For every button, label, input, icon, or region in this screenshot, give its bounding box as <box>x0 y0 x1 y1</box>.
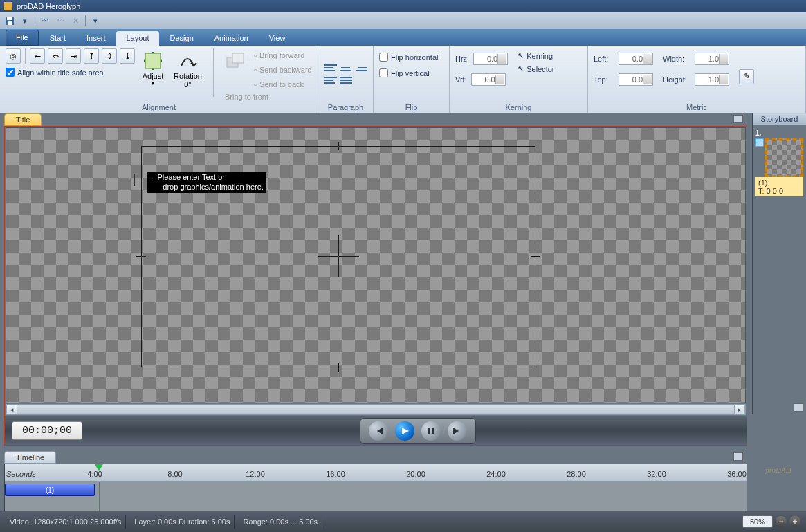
ruler-tick-label: 32:00 <box>647 470 666 478</box>
svg-rect-6 <box>428 428 430 434</box>
group-paragraph-label: Paragraph <box>324 102 367 111</box>
para-align-top[interactable] <box>324 77 337 86</box>
selector-checkbox[interactable]: ↖Selector <box>518 64 554 73</box>
tab-animation[interactable]: Animation <box>205 31 258 46</box>
delete-button[interactable]: ✕ <box>70 15 81 26</box>
redo-button[interactable]: ↷ <box>55 15 66 26</box>
svg-rect-1 <box>7 17 12 20</box>
bring-forward-button: ▫ Bring forward <box>254 48 312 62</box>
para-align-center[interactable] <box>340 64 352 74</box>
hrz-spinner[interactable]: 0.0 <box>473 53 508 65</box>
storyboard-thumb-icon <box>755 138 764 147</box>
undo-button[interactable]: ↶ <box>39 15 51 26</box>
zoom-in-button[interactable]: + <box>789 516 800 527</box>
vrt-spinner[interactable]: 0.0 <box>471 73 506 86</box>
align-bottom-button[interactable]: ⤓ <box>120 48 135 64</box>
storyboard-item[interactable]: 1. (1) T: 0 0.0 <box>755 129 803 196</box>
top-spinner[interactable]: 0.0 <box>619 73 653 86</box>
send-to-back-button: ▫ Send to back <box>254 77 312 91</box>
timecode-display: 00:00;00 <box>12 421 82 440</box>
ribbon-body: ◎ ⇤ ⇔ ⇥ ⤒ ⇕ ⤓ Align within title safe ar… <box>0 46 806 113</box>
group-paragraph: Paragraph <box>318 46 374 113</box>
placeholder-text: -- Please enter Text or drop graphics/an… <box>147 172 266 193</box>
preview-canvas[interactable]: -- Please enter Text or drop graphics/an… <box>6 127 746 403</box>
height-spinner[interactable]: 1.0 <box>695 73 729 86</box>
group-metric-label: Metric <box>594 102 800 111</box>
send-backward-button: ▫ Send backward <box>254 63 312 77</box>
width-spinner[interactable]: 1.0 <box>695 53 729 65</box>
scroll-right-icon[interactable]: ► <box>734 405 745 414</box>
svg-rect-7 <box>432 428 434 434</box>
status-video: Video: 1280x720:1.000 25.000f/s <box>6 515 126 529</box>
eyedropper-button[interactable]: ✎ <box>739 69 754 84</box>
goto-end-button[interactable] <box>448 421 467 441</box>
height-label: Height: <box>663 75 690 84</box>
align-center-h-button[interactable]: ⇔ <box>48 48 63 64</box>
bring-to-front-label: Bring to front <box>225 93 312 101</box>
tab-insert[interactable]: Insert <box>77 31 116 46</box>
ribbon-tabs: File Start Insert Layout Design Animatio… <box>0 29 806 46</box>
align-left-button[interactable]: ⇤ <box>30 48 45 64</box>
storyboard-panel: Storyboard 1. (1) T: 0 0.0 <box>752 113 806 414</box>
storyboard-thumbnail[interactable] <box>765 138 803 177</box>
align-top-button[interactable]: ⤒ <box>84 48 99 64</box>
svg-rect-5 <box>232 53 244 63</box>
align-center-v-button[interactable]: ⇕ <box>102 48 117 64</box>
para-align-right[interactable] <box>355 64 367 74</box>
vrt-label: Vrt: <box>455 75 467 84</box>
storyboard-item-number: 1. <box>755 129 803 137</box>
adjust-button[interactable]: Adjust ▼ <box>139 48 167 88</box>
zoom-out-button[interactable]: − <box>776 516 787 527</box>
flip-vertical-checkbox[interactable]: Flip vertical <box>379 68 430 77</box>
ruler-tick-label: 16:00 <box>326 470 345 478</box>
status-range: Range: 0.00s ... 5.00s <box>239 515 322 529</box>
tab-view[interactable]: View <box>259 31 295 46</box>
group-kerning: Hrz:0.0 Vrt:0.0 ↖Kerning ↖Selector Kerni… <box>450 46 588 113</box>
qat-customize[interactable]: ▾ <box>90 15 101 26</box>
ruler-tick-label: 4:00 <box>87 470 102 478</box>
safe-area-checkbox[interactable]: Align within title safe area <box>6 68 135 77</box>
para-align-justify[interactable] <box>340 77 352 86</box>
tab-start[interactable]: Start <box>40 31 75 46</box>
group-metric: Left:0.0 Top:0.0 Width:1.0 Height:1.0 ✎ … <box>588 46 806 113</box>
rotation-button[interactable]: Rotation 0° <box>171 48 205 90</box>
zoom-value[interactable]: 50% <box>742 515 773 528</box>
group-flip-label: Flip <box>379 102 443 111</box>
goto-start-button[interactable] <box>369 421 388 441</box>
title-panel-restore-icon[interactable] <box>733 115 743 123</box>
storyboard-restore-icon[interactable] <box>794 403 803 412</box>
timeline-ruler[interactable]: Seconds 4:008:0012:0016:0020:0024:0028:0… <box>5 464 747 482</box>
tab-layout[interactable]: Layout <box>116 31 158 46</box>
quick-access-toolbar: ▾ ↶ ↷ ✕ ▾ <box>0 12 806 29</box>
prodad-logo: proDAD <box>758 456 799 484</box>
tab-design[interactable]: Design <box>161 31 203 46</box>
flip-horizontal-checkbox[interactable]: Flip horizontal <box>379 53 438 62</box>
cursor-icon: ↖ <box>518 64 524 73</box>
width-label: Width: <box>663 55 690 63</box>
group-alignment-label: Alignment <box>6 102 312 111</box>
timeline-panel-tab[interactable]: Timeline <box>4 451 56 464</box>
ruler-tick-label: 24:00 <box>486 470 506 478</box>
left-label: Left: <box>594 55 614 63</box>
save-dropdown[interactable]: ▾ <box>19 15 30 26</box>
timeline-clip[interactable]: (1) <box>5 484 95 496</box>
group-alignment: ◎ ⇤ ⇔ ⇥ ⤒ ⇕ ⤓ Align within title safe ar… <box>0 46 318 113</box>
align-target-button[interactable]: ◎ <box>6 48 21 64</box>
para-align-left[interactable] <box>324 64 337 74</box>
align-right-button[interactable]: ⇥ <box>66 48 81 64</box>
pause-button[interactable] <box>421 421 441 441</box>
status-bar: Video: 1280x720:1.000 25.000f/s Layer: 0… <box>0 511 806 532</box>
preview-scrollbar-h[interactable]: ◄ ► <box>6 404 746 415</box>
scroll-left-icon[interactable]: ◄ <box>6 405 17 414</box>
title-panel-tab[interactable]: Title <box>4 113 42 126</box>
save-button[interactable] <box>4 15 15 26</box>
ruler-tick-label: 20:00 <box>406 470 425 478</box>
timeline-panel-restore-icon[interactable] <box>733 452 743 461</box>
tab-file[interactable]: File <box>6 30 39 46</box>
window-titlebar: proDAD Heroglyph <box>0 0 806 12</box>
ruler-tick-label: 28:00 <box>567 470 586 478</box>
kerning-checkbox[interactable]: ↖Kerning <box>518 51 554 60</box>
play-button[interactable] <box>395 421 414 441</box>
storyboard-header[interactable]: Storyboard <box>753 113 806 125</box>
left-spinner[interactable]: 0.0 <box>619 53 653 65</box>
